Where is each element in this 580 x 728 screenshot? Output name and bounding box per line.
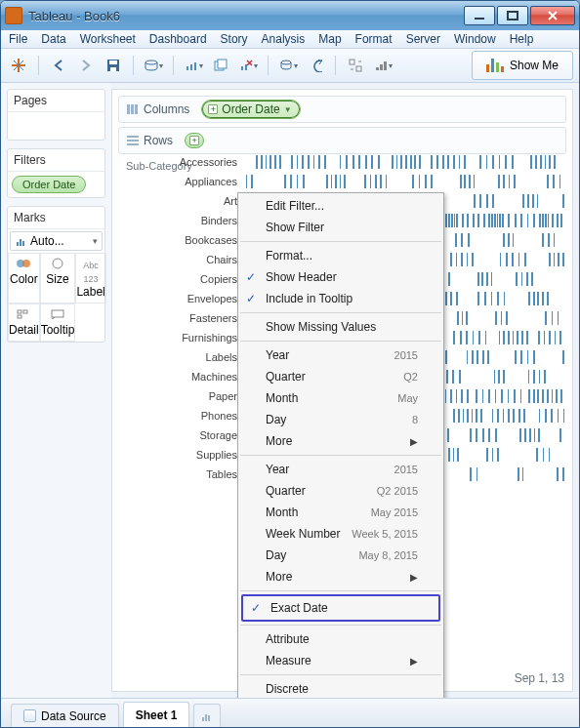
menu-exact-date[interactable]: ✓Exact Date xyxy=(243,596,438,620)
svg-rect-28 xyxy=(52,310,63,317)
row-pill-hidden[interactable]: + xyxy=(185,133,204,148)
datasource-button[interactable]: ▾ xyxy=(142,54,165,77)
new-worksheet-button[interactable]: ▾ xyxy=(182,54,205,77)
row-label[interactable]: Appliances xyxy=(120,172,243,191)
row-label[interactable]: Copiers xyxy=(120,269,243,289)
row-label[interactable]: Furnishings xyxy=(120,328,243,347)
marks-color[interactable]: Color xyxy=(8,253,40,303)
svg-rect-17 xyxy=(380,64,383,70)
columns-icon xyxy=(127,104,139,114)
rows-icon xyxy=(127,136,139,145)
menu-data[interactable]: Data xyxy=(41,32,65,46)
menu-attribute[interactable]: Attribute xyxy=(238,628,443,650)
menu-day-2[interactable]: DayMay 8, 2015 xyxy=(238,545,443,566)
menu-day[interactable]: Day8 xyxy=(238,409,443,430)
row-label[interactable]: Chairs xyxy=(120,250,243,269)
data-source-tab[interactable]: Data Source xyxy=(11,704,119,727)
marks-tooltip[interactable]: Tooltip xyxy=(40,303,76,342)
menu-month-2[interactable]: MonthMay 2015 xyxy=(238,502,443,523)
menu-story[interactable]: Story xyxy=(221,32,248,46)
menu-show-missing-values[interactable]: Show Missing Values xyxy=(238,316,443,338)
column-pill-order-date[interactable]: + Order Date ▼ xyxy=(201,100,300,119)
marks-label[interactable]: Abc123Label xyxy=(75,253,105,303)
columns-shelf[interactable]: Columns + Order Date ▼ xyxy=(118,96,566,123)
row-label[interactable]: Paper xyxy=(120,386,243,406)
check-icon: ✓ xyxy=(251,601,261,615)
marks-size[interactable]: Size xyxy=(40,253,76,303)
menu-dashboard[interactable]: Dashboard xyxy=(149,32,207,46)
menu-week-number[interactable]: Week NumberWeek 5, 2015 xyxy=(238,523,443,545)
menu-include-tooltip[interactable]: ✓Include in Tooltip xyxy=(238,288,443,309)
row-label[interactable]: Fasteners xyxy=(120,308,243,328)
menubar: File Data Worksheet Dashboard Story Anal… xyxy=(1,30,579,49)
menu-show-filter[interactable]: Show Filter xyxy=(238,217,443,238)
sheet-1-tab[interactable]: Sheet 1 xyxy=(123,702,190,727)
svg-rect-6 xyxy=(186,66,188,70)
menu-format[interactable]: Format... xyxy=(238,245,443,266)
menu-year-2[interactable]: Year2015 xyxy=(238,459,443,480)
row-label[interactable]: Bookcases xyxy=(120,230,243,250)
minimize-button[interactable] xyxy=(464,6,495,25)
menu-month[interactable]: MonthMay xyxy=(238,387,443,409)
maximize-button[interactable] xyxy=(497,6,528,25)
svg-rect-30 xyxy=(131,104,134,114)
menu-quarter[interactable]: QuarterQ2 xyxy=(238,366,443,387)
row-label[interactable]: Labels xyxy=(120,347,243,367)
menu-file[interactable]: File xyxy=(9,32,27,46)
back-button[interactable] xyxy=(47,54,70,77)
filter-pill-order-date[interactable]: Order Date xyxy=(12,176,86,193)
menu-server[interactable]: Server xyxy=(406,32,440,46)
svg-rect-29 xyxy=(127,104,130,114)
forward-button[interactable] xyxy=(74,54,98,77)
clear-button[interactable]: ▾ xyxy=(236,54,260,77)
context-menu: Edit Filter... Show Filter Format... ✓Sh… xyxy=(237,192,444,698)
menu-help[interactable]: Help xyxy=(510,32,534,46)
menu-map[interactable]: Map xyxy=(318,32,341,46)
svg-rect-8 xyxy=(194,62,196,70)
menu-window[interactable]: Window xyxy=(454,32,496,46)
swap-button[interactable] xyxy=(344,54,367,77)
svg-rect-19 xyxy=(17,242,19,246)
menu-more-2[interactable]: More▶ xyxy=(238,566,443,587)
row-label[interactable]: Tables xyxy=(120,465,243,484)
sort-asc-button[interactable]: ▾ xyxy=(371,54,394,77)
show-me-button[interactable]: Show Me xyxy=(472,51,573,80)
menu-format[interactable]: Format xyxy=(355,32,393,46)
save-button[interactable] xyxy=(102,54,125,77)
marks-detail[interactable]: Detail xyxy=(8,303,40,342)
rows-shelf[interactable]: Rows + xyxy=(118,127,566,154)
menu-edit-filter[interactable]: Edit Filter... xyxy=(238,195,443,217)
row-label[interactable]: Accessories xyxy=(120,152,243,172)
menu-measure[interactable]: Measure▶ xyxy=(238,650,443,671)
row-label[interactable]: Storage xyxy=(120,425,243,445)
autoupdate-button[interactable]: ▾ xyxy=(276,54,300,77)
menu-year[interactable]: Year2015 xyxy=(238,344,443,366)
new-worksheet-tab[interactable] xyxy=(193,704,221,727)
svg-rect-3 xyxy=(109,61,117,64)
close-button[interactable] xyxy=(530,6,575,25)
run-button[interactable] xyxy=(304,54,327,77)
automatic-icon xyxy=(15,235,26,247)
svg-rect-34 xyxy=(127,143,139,145)
duplicate-button[interactable] xyxy=(209,54,232,77)
row-label[interactable]: Machines xyxy=(120,367,243,386)
side-panel: Pages Filters Order Date Marks Auto... ▾… xyxy=(1,83,111,698)
menu-analysis[interactable]: Analysis xyxy=(262,32,306,46)
menu-worksheet[interactable]: Worksheet xyxy=(80,32,136,46)
svg-rect-16 xyxy=(376,67,379,70)
menu-discrete[interactable]: Discrete xyxy=(238,678,443,698)
menu-quarter-2[interactable]: QuarterQ2 2015 xyxy=(238,480,443,502)
plus-icon: + xyxy=(189,136,199,145)
row-label[interactable]: Supplies xyxy=(120,445,243,465)
marks-type-select[interactable]: Auto... ▾ xyxy=(10,231,103,251)
svg-point-5 xyxy=(145,61,157,64)
row-label[interactable]: Envelopes xyxy=(120,289,243,308)
row-label[interactable]: Binders xyxy=(120,211,243,230)
row-label[interactable]: Phones xyxy=(120,406,243,425)
svg-rect-14 xyxy=(350,60,354,64)
row-label[interactable]: Art xyxy=(120,191,243,211)
svg-rect-31 xyxy=(135,104,138,114)
tableau-logo-icon[interactable] xyxy=(7,54,30,77)
menu-show-header[interactable]: ✓Show Header xyxy=(238,266,443,288)
menu-more-1[interactable]: More▶ xyxy=(238,430,443,452)
